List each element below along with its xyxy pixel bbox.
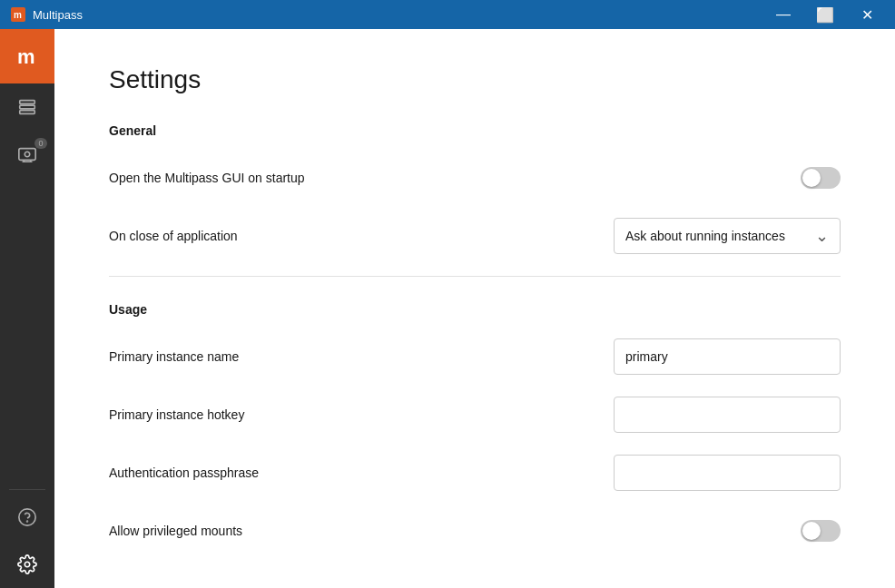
open-on-startup-row: Open the Multipass GUI on startup [109, 160, 841, 196]
on-close-dropdown[interactable]: Ask about running instances ⌄ [614, 218, 841, 254]
app-icon: m [11, 7, 25, 22]
vms-badge: 0 [34, 138, 47, 149]
on-close-row: On close of application Ask about runnin… [109, 218, 841, 254]
title-bar-left: m Multipass [11, 7, 83, 22]
primary-instance-hotkey-label: Primary instance hotkey [109, 407, 244, 422]
primary-instance-hotkey-row: Primary instance hotkey [109, 397, 841, 433]
allow-privileged-mounts-toggle[interactable] [801, 520, 841, 542]
svg-point-7 [25, 152, 30, 157]
close-button[interactable]: ✕ [846, 0, 888, 29]
svg-rect-6 [19, 149, 35, 161]
svg-text:m: m [17, 45, 35, 68]
general-section: General Open the Multipass GUI on startu… [109, 123, 841, 254]
title-bar-controls: — ⬜ ✕ [762, 0, 888, 29]
title-bar: m Multipass — ⬜ ✕ [0, 0, 895, 29]
usage-section: Usage Primary instance name Primary inst… [109, 302, 841, 549]
sidebar-items: 0 [0, 83, 54, 485]
primary-instance-name-label: Primary instance name [109, 349, 239, 364]
authentication-passphrase-input[interactable] [614, 455, 841, 491]
on-close-label: On close of application [109, 229, 238, 243]
svg-point-9 [27, 521, 28, 522]
allow-privileged-mounts-row: Allow privileged mounts [109, 513, 841, 549]
on-close-value: Ask about running instances [625, 229, 785, 243]
settings-icon [17, 554, 37, 574]
minimize-button[interactable]: — [762, 0, 804, 29]
authentication-passphrase-row: Authentication passphrase [109, 455, 841, 491]
title-bar-title: Multipass [33, 8, 83, 22]
sidebar-logo[interactable]: m [0, 29, 54, 83]
svg-point-10 [25, 562, 30, 567]
app-layout: m 0 [0, 29, 895, 588]
primary-instance-name-input[interactable] [614, 338, 841, 375]
dropdown-arrow-icon: ⌄ [815, 226, 829, 246]
main-content: Settings General Open the Multipass GUI … [54, 29, 895, 588]
allow-privileged-mounts-label: Allow privileged mounts [109, 524, 242, 538]
sidebar-item-help[interactable] [0, 494, 54, 541]
help-icon [17, 507, 37, 527]
section-divider [109, 276, 841, 277]
primary-instance-name-row: Primary instance name [109, 338, 841, 375]
sidebar-bottom [0, 485, 54, 588]
svg-rect-3 [20, 101, 35, 104]
open-on-startup-label: Open the Multipass GUI on startup [109, 171, 305, 185]
instances-icon [17, 97, 37, 117]
svg-point-8 [19, 509, 35, 525]
sidebar-item-vms[interactable]: 0 [0, 131, 54, 178]
svg-rect-4 [20, 105, 35, 109]
svg-rect-5 [20, 111, 35, 114]
logo-icon: m [15, 44, 40, 69]
sidebar-item-settings[interactable] [0, 541, 54, 588]
vms-icon [17, 144, 37, 164]
sidebar: m 0 [0, 29, 54, 588]
primary-instance-hotkey-input[interactable] [614, 397, 841, 433]
svg-text:m: m [14, 10, 22, 20]
usage-section-title: Usage [109, 302, 841, 317]
restore-button[interactable]: ⬜ [804, 0, 846, 29]
open-on-startup-toggle[interactable] [801, 167, 841, 189]
general-section-title: General [109, 123, 841, 138]
sidebar-divider [9, 489, 45, 490]
sidebar-item-instances[interactable] [0, 83, 54, 131]
page-title: Settings [109, 65, 841, 94]
authentication-passphrase-label: Authentication passphrase [109, 466, 259, 480]
